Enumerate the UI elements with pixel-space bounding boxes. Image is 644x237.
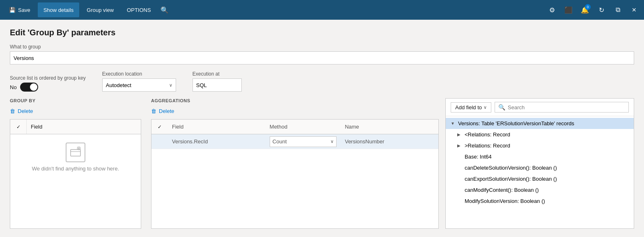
aggregations-table-header: ✓ Field Method Name [151, 120, 438, 134]
method-chevron-icon: ∨ [330, 139, 334, 144]
add-field-chevron-icon: ∨ [484, 105, 487, 110]
office-icon-button[interactable]: ⬛ [562, 3, 575, 16]
method-dropdown[interactable]: Count ∨ [270, 136, 337, 147]
execution-at-field: SQL [193, 78, 242, 92]
execution-location-value: Autodetect [106, 82, 131, 88]
list-item[interactable]: ModifySolutionVersion: Boolean () [446, 196, 634, 207]
aggregations-header: AGGREGATIONS [151, 98, 439, 106]
refresh-icon-button[interactable]: ↻ [595, 3, 608, 16]
tree-arrow-icon: ▼ [451, 121, 456, 126]
agg-method-col-header: Method [266, 124, 341, 130]
tree-item-label: Base: Int64 [465, 154, 492, 160]
group-by-panel: GROUP BY 🗑 Delete ✓ Field [10, 98, 141, 229]
aggregations-table: ✓ Field Method Name Versions.RecId Count… [151, 119, 439, 229]
tree-container: ▼Versions: Table 'ERSolutionVersionTable… [446, 116, 634, 228]
execution-location-label: Execution location [102, 71, 176, 77]
execution-at-group: Execution at SQL [193, 71, 242, 92]
page-title: Edit 'Group By' parameters [10, 28, 634, 37]
execution-at-label: Execution at [193, 71, 242, 77]
list-item[interactable]: ▶<Relations: Record [446, 129, 634, 140]
svg-rect-0 [71, 150, 80, 156]
tree-item-label: >Relations: Record [465, 143, 510, 149]
group-by-empty-state: We didn't find anything to show here. [10, 134, 141, 180]
list-item[interactable]: Base: Int64 [446, 151, 634, 162]
save-icon: 💾 [9, 7, 16, 13]
agg-row-field: Versions.RecId [168, 138, 266, 145]
list-item[interactable]: canExportSolutionVersion(): Boolean () [446, 173, 634, 184]
agg-field-col-header: Field [168, 124, 266, 130]
group-by-delete-button[interactable]: 🗑 Delete [10, 106, 141, 116]
window-controls: ⚙ ⬛ 🔔 0 ↻ ⧉ ✕ [545, 3, 641, 16]
search-icon-right: 🔍 [498, 104, 505, 110]
close-button[interactable]: ✕ [628, 3, 641, 16]
options-button[interactable]: OPTIONS [121, 2, 157, 17]
tree-item-label: canDeleteSolutionVersion(): Boolean () [465, 165, 557, 171]
aggregations-delete-button[interactable]: 🗑 Delete [151, 106, 439, 116]
agg-row-check [151, 134, 168, 149]
tree-item-label: Versions: Table 'ERSolutionVersionTable'… [458, 120, 574, 127]
tree-item-label: <Relations: Record [465, 131, 510, 138]
title-bar: 💾 Save Show details Group view OPTIONS 🔍… [0, 0, 644, 20]
left-panels: GROUP BY 🗑 Delete ✓ Field [10, 98, 439, 229]
save-button[interactable]: 💾 Save [3, 2, 36, 17]
trash-icon: 🗑 [10, 108, 15, 114]
group-by-field-col: Field [27, 124, 141, 130]
table-row: Versions.RecId Count ∨ VersionsNumber [151, 134, 438, 149]
group-by-table-header: ✓ Field [10, 120, 141, 134]
list-item[interactable]: ▼Versions: Table 'ERSolutionVersionTable… [446, 118, 634, 129]
source-ordered-toggle[interactable] [20, 83, 38, 92]
agg-check-col: ✓ [151, 120, 168, 134]
agg-row-name: VersionsNumber [341, 138, 438, 145]
settings-icon-button[interactable]: ⚙ [545, 3, 559, 16]
agg-row-method[interactable]: Count ∨ [266, 136, 341, 147]
toggle-value-label: No [10, 84, 17, 90]
notification-badge: 0 [585, 4, 591, 10]
search-button[interactable]: 🔍 [158, 4, 171, 16]
tree-item-label: canModifyContent(): Boolean () [465, 187, 539, 193]
what-to-group-label: What to group [10, 44, 634, 50]
group-view-button[interactable]: Group view [81, 2, 119, 17]
check-icon: ✓ [16, 124, 21, 130]
list-item[interactable]: canModifyContent(): Boolean () [446, 184, 634, 196]
search-icon: 🔍 [160, 6, 169, 14]
group-by-header: GROUP BY [10, 98, 141, 106]
source-ordered-group: Source list is ordered by group key No [10, 75, 86, 92]
list-item[interactable]: ▶>Relations: Record [446, 140, 634, 151]
tree-item-label: canExportSolutionVersion(): Boolean () [465, 176, 557, 182]
toggle-row: No [10, 83, 86, 92]
execution-location-group: Execution location Autodetect ∨ [102, 71, 176, 92]
chevron-down-icon: ∨ [169, 83, 172, 88]
right-panel: Add field to ∨ 🔍 ▼Versions: Table 'ERSol… [445, 98, 634, 229]
group-by-check-col: ✓ [10, 120, 27, 134]
tree-arrow-icon: ▶ [457, 143, 462, 148]
add-field-button[interactable]: Add field to ∨ [451, 102, 491, 113]
empty-icon [66, 143, 85, 162]
show-details-button[interactable]: Show details [38, 2, 80, 17]
restore-icon-button[interactable]: ⧉ [611, 3, 624, 16]
aggregations-panel: AGGREGATIONS 🗑 Delete ✓ Field Method Nam… [151, 98, 439, 229]
tree-item-label: ModifySolutionVersion: Boolean () [465, 198, 545, 204]
options-row: Source list is ordered by group key No E… [10, 71, 634, 92]
group-by-table: ✓ Field [10, 119, 141, 229]
what-to-group-section: What to group [10, 44, 634, 64]
search-input[interactable] [508, 104, 625, 110]
notification-icon-button[interactable]: 🔔 0 [578, 3, 591, 16]
execution-location-dropdown[interactable]: Autodetect ∨ [102, 78, 176, 92]
agg-name-col-header: Name [341, 124, 438, 130]
list-item[interactable]: canDeleteSolutionVersion(): Boolean () [446, 162, 634, 173]
panels-container: GROUP BY 🗑 Delete ✓ Field [10, 98, 634, 229]
tree-arrow-icon: ▶ [457, 132, 462, 137]
main-content: Edit 'Group By' parameters What to group… [0, 20, 644, 237]
search-box: 🔍 [495, 102, 629, 113]
empty-message: We didn't find anything to show here. [32, 166, 119, 172]
what-to-group-input[interactable] [10, 51, 634, 64]
toggle-thumb [30, 83, 37, 91]
source-ordered-label: Source list is ordered by group key [10, 75, 86, 81]
trash-icon-agg: 🗑 [151, 108, 156, 114]
right-panel-header: Add field to ∨ 🔍 [446, 99, 634, 116]
